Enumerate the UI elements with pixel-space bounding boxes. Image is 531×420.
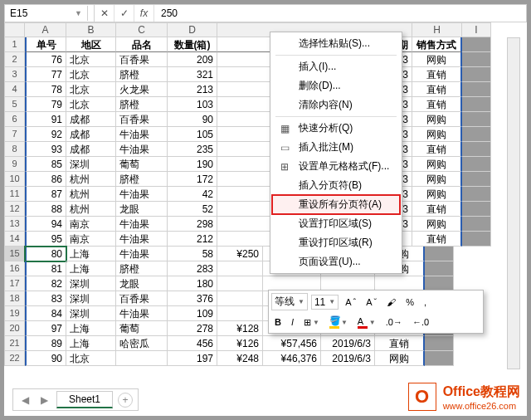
cell[interactable]: 上海 (66, 261, 116, 276)
cell[interactable]: 深圳 (66, 157, 116, 172)
cell[interactable]: 上海 (66, 247, 116, 261)
cell[interactable] (462, 97, 491, 112)
increase-decimal-button[interactable]: .0→ (382, 315, 406, 329)
font-size-selector[interactable]: 11 ▼ (311, 295, 339, 310)
row-header[interactable]: 8 (4, 142, 25, 157)
cell[interactable]: 直销 (412, 97, 462, 112)
cell[interactable]: 直销 (412, 67, 462, 82)
cell[interactable]: 89 (25, 336, 66, 351)
row-header[interactable]: 5 (4, 97, 25, 112)
cell[interactable]: 网购 (412, 187, 462, 202)
vertical-scrollbar[interactable] (507, 37, 520, 369)
cell[interactable]: 深圳 (66, 276, 116, 291)
add-sheet-button[interactable]: + (118, 393, 133, 408)
fx-button[interactable]: fx (134, 5, 154, 22)
row-header[interactable]: 20 (4, 321, 25, 336)
cell[interactable]: 脐橙 (116, 261, 168, 276)
cell[interactable]: 172 (168, 172, 217, 187)
menu-paste-special[interactable]: 选择性粘贴(S)... (272, 34, 400, 53)
font-selector[interactable]: 等线 ▼ (271, 293, 308, 310)
cell[interactable]: 直销 (375, 336, 425, 351)
cell[interactable]: 321 (168, 67, 217, 82)
cell[interactable]: 90 (25, 351, 66, 366)
cell[interactable]: 91 (25, 112, 66, 127)
row-header[interactable]: 12 (4, 202, 25, 217)
cell[interactable]: 209 (168, 52, 217, 67)
header-cell[interactable]: 数量(箱) (168, 37, 217, 52)
cell[interactable]: 86 (25, 172, 66, 187)
cell[interactable]: 北京 (66, 97, 116, 112)
sheet-tab[interactable]: Sheet1 (56, 391, 113, 408)
row-header[interactable]: 17 (4, 276, 25, 291)
cell[interactable]: 北京 (66, 67, 116, 82)
cell[interactable] (217, 291, 263, 306)
row-header[interactable]: 15 (4, 247, 25, 261)
name-box-dropdown-icon[interactable]: ▼ (75, 9, 82, 17)
cell[interactable]: 南京 (66, 217, 116, 232)
cell[interactable]: 42 (168, 187, 217, 202)
cell[interactable]: 85 (25, 157, 66, 172)
cell[interactable] (462, 142, 491, 157)
menu-quick-analysis[interactable]: ▦ 快速分析(Q) (272, 119, 400, 138)
font-color-button[interactable]: A▼ (354, 315, 379, 330)
cell[interactable]: 网购 (412, 157, 462, 172)
italic-button[interactable]: I (288, 315, 297, 329)
cell[interactable]: 成都 (66, 127, 116, 142)
cell[interactable]: 76 (25, 52, 66, 67)
cell[interactable] (462, 172, 491, 187)
cell[interactable]: 杭州 (66, 202, 116, 217)
cell[interactable]: 网购 (412, 217, 462, 232)
cell[interactable] (462, 202, 491, 217)
cell[interactable] (425, 336, 454, 351)
cell[interactable]: 84 (25, 306, 66, 321)
cell[interactable]: 成都 (66, 142, 116, 157)
menu-clear[interactable]: 清除内容(N) (272, 95, 400, 115)
cell[interactable]: 深圳 (66, 291, 116, 306)
cell[interactable]: 95 (25, 232, 66, 247)
menu-reset-page-breaks[interactable]: 重设所有分页符(A) (272, 195, 400, 214)
row-header[interactable]: 22 (4, 351, 25, 366)
cell[interactable]: 79 (25, 97, 66, 112)
cell[interactable]: 376 (168, 291, 217, 306)
menu-page-setup[interactable]: 页面设置(U)... (272, 252, 400, 271)
cell[interactable]: 298 (168, 217, 217, 232)
cell[interactable]: 2019/6/3 (321, 351, 375, 366)
grow-font-button[interactable]: Aˆ (342, 295, 359, 309)
cell[interactable]: 213 (168, 82, 217, 97)
select-all-corner[interactable] (4, 22, 25, 37)
cell[interactable] (462, 187, 491, 202)
cell[interactable]: 龙眼 (116, 202, 168, 217)
cell[interactable]: 77 (25, 67, 66, 82)
cell[interactable]: 直销 (412, 232, 462, 247)
cell[interactable]: 278 (168, 321, 217, 336)
col-header-D[interactable]: D (168, 22, 217, 37)
cell[interactable] (462, 112, 491, 127)
menu-insert[interactable]: 插入(I)... (272, 57, 400, 76)
percent-button[interactable]: % (402, 295, 417, 309)
cell[interactable]: 北京 (66, 52, 116, 67)
cell[interactable] (217, 276, 263, 291)
cell[interactable]: 97 (25, 321, 66, 336)
cell[interactable] (462, 232, 491, 247)
header-cell[interactable]: 销售方式 (412, 37, 462, 52)
cell[interactable]: 牛油果 (116, 217, 168, 232)
cell[interactable] (217, 261, 263, 276)
cell[interactable]: 杭州 (66, 187, 116, 202)
cell[interactable]: 197 (168, 351, 217, 366)
cell[interactable] (217, 306, 263, 321)
cell[interactable]: 180 (168, 276, 217, 291)
cell[interactable]: 脐橙 (116, 97, 168, 112)
name-box[interactable]: E15 ▼ (5, 6, 88, 21)
cell[interactable]: 网购 (412, 112, 462, 127)
cell[interactable] (462, 127, 491, 142)
cell[interactable]: 网购 (412, 52, 462, 67)
cell[interactable]: 83 (25, 291, 66, 306)
cell[interactable]: 火龙果 (116, 82, 168, 97)
cell[interactable]: 80 (25, 247, 66, 261)
cell[interactable]: 105 (168, 127, 217, 142)
cell[interactable] (462, 67, 491, 82)
cell[interactable] (462, 157, 491, 172)
menu-insert-page-break[interactable]: 插入分页符(B) (272, 176, 400, 195)
cell[interactable]: 百香果 (116, 291, 168, 306)
cell[interactable]: 直销 (412, 82, 462, 97)
